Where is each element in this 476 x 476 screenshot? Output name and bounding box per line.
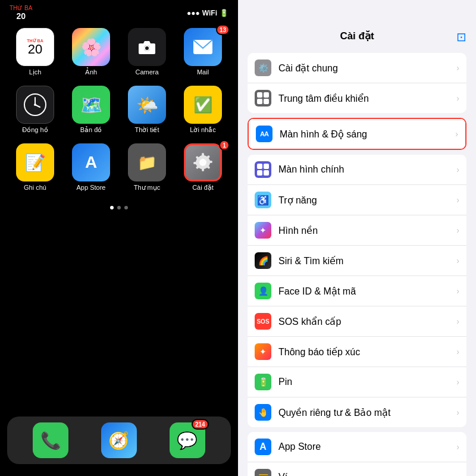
tro-nang-label: Trợ năng (278, 195, 456, 206)
bando-label: Bản đồ (80, 126, 102, 134)
clock-svg (23, 93, 47, 117)
anh-icon: 🌸 (72, 28, 110, 66)
sos-icon: SOS (255, 313, 271, 330)
scan-icon[interactable]: ⊡ (456, 30, 466, 44)
dock-messages[interactable]: 💬 214 (170, 422, 205, 458)
caidat-chung-icon: ⚙️ (255, 60, 271, 76)
dongho-label: Đồng hồ (22, 126, 48, 134)
thumuc-icon: 📁 (128, 143, 166, 181)
sos-label: SOS khẩn cấp (278, 316, 456, 327)
bando-icon: 🗺️ (72, 86, 110, 124)
settings-section-1: ⚙️ Cài đặt chung › Trung tâm điều khiển … (248, 53, 466, 113)
thoitiet-icon: 🌤️ (128, 86, 166, 124)
settings-item-thong-bao[interactable]: ✦ Thông báo tiếp xúc › (248, 337, 466, 367)
settings-item-hinh-nen[interactable]: ✦ Hình nền › (248, 215, 466, 246)
settings-item-man-hinh[interactable]: AA Màn hình & Độ sáng › (249, 119, 465, 149)
appstore-icon: A (72, 143, 110, 181)
settings-section-4: A App Store › 💳 Ví › (248, 432, 466, 476)
page-dots (0, 206, 238, 209)
app-dongho[interactable]: Đồng hồ (12, 86, 58, 134)
thumuc-label: Thư mục (134, 184, 161, 192)
app-appstore[interactable]: A App Store (68, 143, 114, 192)
dongho-icon (16, 86, 54, 124)
caidat-chung-label: Cài đặt chung (278, 62, 456, 74)
weekday-label: THỨ BA (10, 5, 32, 11)
settings-item-quyen[interactable]: 🤚 Quyền riêng tư & Bảo mật › (248, 397, 466, 427)
dock-phone[interactable]: 📞 (33, 422, 68, 458)
app-bando[interactable]: 🗺️ Bản đồ (68, 86, 114, 134)
app-grid-row1: THỨ BA 20 Lịch 🌸 Ảnh Camera (0, 23, 238, 201)
settings-item-man-hinh-chinh[interactable]: Màn hình chính › (248, 155, 466, 185)
lich-icon: THỨ BA 20 (16, 28, 54, 66)
thong-bao-label: Thông báo tiếp xúc (278, 346, 456, 358)
dock-safari[interactable]: 🧭 (101, 422, 137, 458)
pin-label: Pin (278, 377, 456, 387)
chevron-icon: › (456, 408, 459, 417)
settings-gear-svg (192, 152, 214, 173)
mail-badge: 13 (216, 24, 230, 35)
siri-label: Siri & Tìm kiếm (278, 255, 456, 267)
hinh-nen-label: Hình nền (278, 225, 456, 236)
face-id-label: Face ID & Mật mã (278, 286, 456, 297)
quyen-icon: 🤚 (255, 404, 271, 421)
chevron-icon: › (456, 317, 459, 326)
settings-item-trung-tam[interactable]: Trung tâm điều khiển › (248, 83, 466, 113)
status-bar: THỨ BA 20 ●●● WiFi 🔋 (0, 0, 238, 23)
app-mail[interactable]: 13 Mail (180, 28, 226, 76)
app-caidat[interactable]: 1 Cài đặt (180, 143, 226, 192)
mail-label: Mail (197, 68, 209, 76)
camera-label: Camera (135, 68, 158, 76)
chevron-icon: › (456, 226, 459, 235)
ghichu-label: Ghi chú (24, 184, 46, 191)
settings-item-caidat-chung[interactable]: ⚙️ Cài đặt chung › (248, 53, 466, 83)
thong-bao-icon: ✦ (255, 343, 271, 360)
chevron-icon: › (456, 165, 459, 174)
camera-icon (128, 28, 166, 66)
app-camera[interactable]: Camera (124, 28, 170, 76)
app-ghichu[interactable]: 📝 Ghi chú (12, 143, 58, 192)
siri-icon: 🌈 (255, 252, 271, 269)
app-thoitiet[interactable]: 🌤️ Thời tiết (124, 86, 170, 134)
loinhac-icon: ✅ (184, 86, 222, 124)
settings-title: Cài đặt (340, 30, 374, 42)
ghichu-icon: 📝 (16, 143, 54, 181)
trung-tam-icon (255, 90, 271, 107)
mail-icon (184, 28, 222, 66)
app-anh[interactable]: 🌸 Ảnh (68, 28, 114, 76)
app-lich[interactable]: THỨ BA 20 Lịch (12, 28, 58, 76)
chevron-icon: › (456, 377, 459, 387)
chevron-icon: › (456, 472, 459, 476)
settings-header: Cài đặt ⊡ (238, 0, 476, 48)
app-thumuc[interactable]: 📁 Thư mục (124, 143, 170, 192)
loinhac-label: Lời nhắc (190, 126, 215, 134)
settings-item-face-id[interactable]: 👤 Face ID & Mật mã › (248, 276, 466, 306)
settings-item-app-store[interactable]: A App Store › (248, 432, 466, 462)
settings-item-sos[interactable]: SOS SOS khẩn cấp › (248, 306, 466, 337)
svg-point-6 (34, 104, 36, 106)
quyen-label: Quyền riêng tư & Bảo mật (278, 407, 456, 418)
pin-icon: 🔋 (255, 374, 271, 390)
chevron-icon: › (456, 256, 459, 265)
tro-nang-icon: ♿ (255, 192, 271, 208)
day-label: 20 (16, 11, 26, 21)
dot-2 (117, 206, 121, 209)
settings-item-tro-nang[interactable]: ♿ Trợ năng › (248, 185, 466, 215)
thoitiet-label: Thời tiết (135, 126, 159, 134)
signal-icon: ●●● (187, 9, 200, 17)
phone-icon: 📞 (33, 422, 68, 458)
settings-item-siri[interactable]: 🌈 Siri & Tìm kiếm › (248, 246, 466, 276)
chevron-icon: › (455, 129, 458, 139)
chevron-icon: › (456, 93, 459, 103)
app-loinhac[interactable]: ✅ Lời nhắc (180, 86, 226, 134)
anh-label: Ảnh (85, 68, 97, 76)
settings-item-vi[interactable]: 💳 Ví › (248, 462, 466, 476)
iphone-home-screen: THỨ BA 20 ●●● WiFi 🔋 THỨ BA 20 Lịch 🌸 Ản… (0, 0, 238, 476)
settings-section-highlighted: AA Màn hình & Độ sáng › (248, 118, 466, 150)
status-icons: ●●● WiFi 🔋 (187, 9, 228, 17)
man-hinh-chinh-label: Màn hình chính (278, 164, 456, 175)
settings-item-pin[interactable]: 🔋 Pin › (248, 367, 466, 397)
man-hinh-icon: AA (256, 126, 273, 142)
caidat-icon (184, 143, 222, 181)
messages-badge: 214 (192, 419, 209, 430)
chevron-icon: › (456, 442, 459, 452)
